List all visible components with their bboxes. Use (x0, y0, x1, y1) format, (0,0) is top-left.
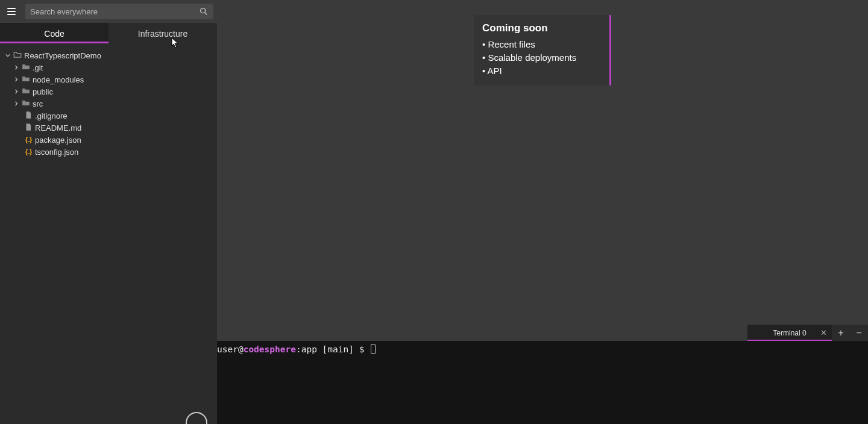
chevron-right-icon (13, 101, 19, 106)
add-terminal-button[interactable]: + (832, 325, 850, 341)
panel-item: Scalable deployments (482, 51, 601, 64)
chevron-right-icon (13, 89, 19, 94)
sidebar: Code Infrastructure ReactTypescriptDemo … (0, 23, 217, 424)
tree-file[interactable]: {..} tsconfig.json (2, 146, 217, 158)
chevron-right-icon (13, 77, 19, 82)
tree-folder[interactable]: .git (2, 61, 217, 73)
terminal-tab-label: Terminal 0 (773, 329, 806, 337)
close-icon[interactable]: ✕ (820, 328, 827, 337)
panel-item: Recent files (482, 38, 601, 51)
tree-file[interactable]: .gitignore (2, 110, 217, 122)
coming-soon-panel: Coming soon Recent files Scalable deploy… (474, 15, 611, 86)
menu-button[interactable] (0, 2, 23, 21)
tab-code[interactable]: Code (0, 23, 108, 43)
file-icon (24, 111, 33, 121)
tree-root[interactable]: ReactTypescriptDemo (2, 49, 217, 61)
chevron-right-icon (13, 65, 19, 70)
tree-label: .git (33, 63, 43, 72)
tree-label: node_modules (33, 75, 84, 84)
tree-label: ReactTypescriptDemo (24, 51, 101, 60)
folder-icon (22, 75, 30, 85)
file-icon (24, 123, 33, 133)
tree-file[interactable]: README.md (2, 122, 217, 134)
terminal-prompt: :app [main] $ (296, 344, 370, 354)
terminal-host: codesphere (244, 344, 296, 354)
json-icon: {..} (24, 136, 33, 143)
folder-icon (22, 63, 30, 73)
tree-label: tsconfig.json (35, 148, 78, 157)
folder-icon (22, 99, 30, 109)
tree-folder[interactable]: src (2, 98, 217, 110)
panel-title: Coming soon (482, 22, 601, 34)
svg-line-1 (205, 13, 207, 14)
search-field[interactable] (25, 4, 213, 19)
minimize-terminal-button[interactable]: − (850, 325, 868, 341)
tab-infrastructure[interactable]: Infrastructure (108, 23, 217, 43)
terminal-user: user@ (217, 344, 244, 354)
search-icon[interactable] (199, 7, 209, 16)
terminal-body[interactable]: user@codesphere:app [main] $ (217, 341, 868, 424)
tree-file[interactable]: {..} package.json (2, 134, 217, 146)
json-icon: {..} (24, 148, 33, 155)
floating-action-button[interactable] (186, 412, 207, 424)
svg-point-0 (201, 8, 206, 13)
terminal-panel: Terminal 0 ✕ + − user@codesphere:app [ma… (217, 325, 868, 424)
panel-item: API (482, 64, 601, 78)
tree-folder[interactable]: public (2, 86, 217, 98)
folder-icon (22, 87, 30, 97)
chevron-down-icon (5, 53, 11, 58)
file-tree: ReactTypescriptDemo .git node_modules pu… (0, 43, 217, 158)
search-input[interactable] (30, 7, 194, 16)
terminal-cursor (371, 344, 376, 354)
tree-label: package.json (35, 136, 81, 145)
tree-folder[interactable]: node_modules (2, 73, 217, 86)
terminal-tab[interactable]: Terminal 0 ✕ (747, 325, 832, 341)
tree-label: README.md (35, 123, 81, 132)
tree-label: src (33, 99, 43, 108)
tree-label: public (33, 87, 53, 96)
tree-label: .gitignore (35, 111, 67, 120)
folder-open-icon (13, 51, 22, 61)
